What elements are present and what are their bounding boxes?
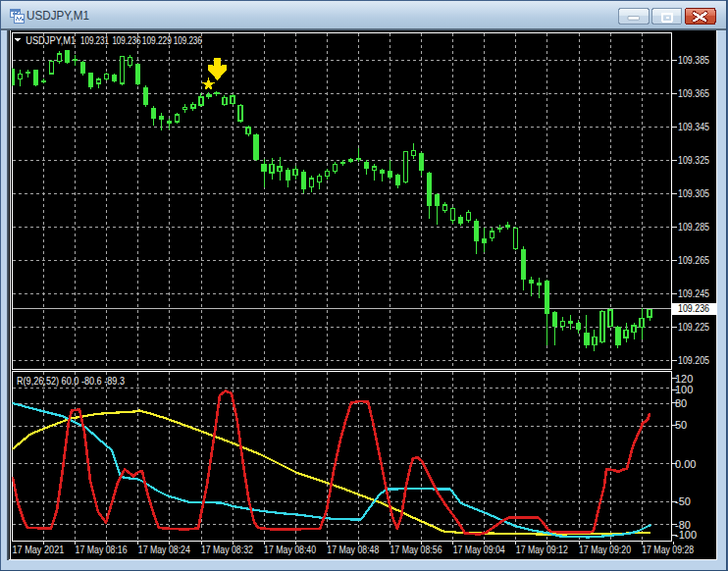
svg-text:109.325: 109.325 xyxy=(678,154,709,166)
svg-text:R(9,26,52) 60.0 -80.6 -89.3: R(9,26,52) 60.0 -80.6 -89.3 xyxy=(17,375,125,387)
svg-text:50: 50 xyxy=(675,419,687,431)
svg-text:109.365: 109.365 xyxy=(678,87,709,99)
svg-text:109.385: 109.385 xyxy=(678,54,709,66)
svg-text:-100: -100 xyxy=(675,529,697,541)
svg-text:17 May 08:16: 17 May 08:16 xyxy=(76,544,128,555)
svg-text:-50: -50 xyxy=(675,495,691,507)
svg-text:17 May 08:40: 17 May 08:40 xyxy=(264,544,316,555)
svg-text:109.245: 109.245 xyxy=(678,287,709,299)
svg-text:109.236: 109.236 xyxy=(678,302,709,314)
svg-text:109.305: 109.305 xyxy=(678,187,709,199)
svg-text:0.00: 0.00 xyxy=(675,458,696,470)
svg-text:USDJPY,M1: USDJPY,M1 xyxy=(26,9,89,23)
svg-text:17 May 09:20: 17 May 09:20 xyxy=(579,544,631,555)
svg-text:109.345: 109.345 xyxy=(678,121,709,132)
svg-text:109.205: 109.205 xyxy=(678,354,709,366)
svg-text:109.229: 109.229 xyxy=(142,34,172,46)
svg-text:17 May 08:48: 17 May 08:48 xyxy=(327,544,379,555)
svg-text:109.236: 109.236 xyxy=(174,34,202,46)
svg-text:80: 80 xyxy=(675,397,687,409)
svg-text:100: 100 xyxy=(675,384,693,395)
svg-text:109.285: 109.285 xyxy=(678,221,709,233)
svg-text:17 May 09:12: 17 May 09:12 xyxy=(516,544,568,555)
svg-text:109.265: 109.265 xyxy=(678,254,709,266)
svg-text:17 May 08:24: 17 May 08:24 xyxy=(138,544,190,555)
svg-text:17 May 2021: 17 May 2021 xyxy=(12,544,64,555)
svg-text:120: 120 xyxy=(675,373,693,385)
svg-text:109.231: 109.231 xyxy=(80,34,109,46)
svg-text:17 May 08:56: 17 May 08:56 xyxy=(390,544,442,555)
svg-text:17 May 08:32: 17 May 08:32 xyxy=(201,544,253,555)
svg-text:109.236: 109.236 xyxy=(112,34,140,46)
svg-text:17 May 09:28: 17 May 09:28 xyxy=(642,544,694,555)
svg-text:USDJPY,M1: USDJPY,M1 xyxy=(26,34,76,46)
svg-text:17 May 09:04: 17 May 09:04 xyxy=(453,544,505,555)
svg-text:109.225: 109.225 xyxy=(678,321,709,333)
